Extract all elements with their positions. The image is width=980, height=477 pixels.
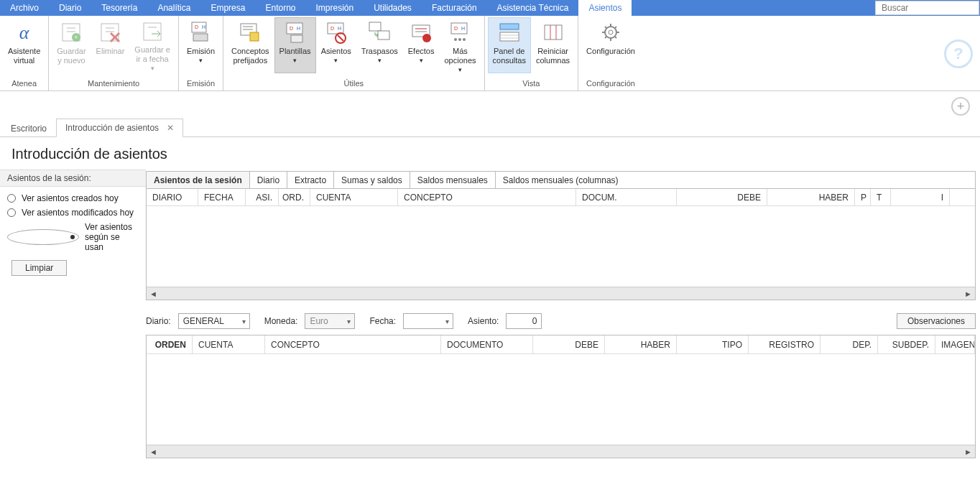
guardar-nuevo-button[interactable]: + Guardary nuevo <box>52 17 91 73</box>
qtab-saldos[interactable]: Saldos mensuales <box>410 172 496 188</box>
entry-grid: ORDENCUENTACONCEPTODOCUMENTODEBEHABERTIP… <box>146 335 976 458</box>
column-header[interactable]: CONCEPTO <box>398 189 576 205</box>
column-header[interactable]: ASI. <box>246 189 279 205</box>
column-header[interactable]: ORD. <box>279 189 310 205</box>
column-header[interactable]: HABER <box>605 335 677 353</box>
column-header[interactable]: IMAGEN <box>935 335 975 353</box>
menu-bar: Archivo Diario Tesorería Analítica Empre… <box>0 0 980 16</box>
column-header[interactable]: TIPO <box>677 335 749 353</box>
radio-modified-today[interactable]: Ver asientos modificados hoy <box>7 205 139 220</box>
svg-point-39 <box>458 38 461 41</box>
menu-asientos[interactable]: Asientos <box>578 0 632 16</box>
svg-line-28 <box>338 35 343 41</box>
column-header[interactable]: DEP. <box>820 335 878 353</box>
column-header[interactable]: CONCEPTO <box>265 335 441 353</box>
column-header[interactable]: CUENTA <box>310 189 398 205</box>
asiento-input[interactable]: 0 <box>506 313 542 329</box>
column-header[interactable]: HABER <box>767 189 855 205</box>
column-header[interactable]: DEBE <box>533 335 605 353</box>
document-tabs: Escritorio Introducción de asientos ✕ <box>0 117 980 137</box>
menu-entorno[interactable]: Entorno <box>255 0 305 16</box>
reiniciar-columnas-button[interactable]: Reiniciarcolumnas <box>531 17 575 73</box>
menu-facturacion[interactable]: Facturación <box>422 0 487 16</box>
svg-point-49 <box>609 30 613 34</box>
svg-point-48 <box>605 27 616 38</box>
column-header[interactable]: DOCUM. <box>576 189 677 205</box>
radio-as-used[interactable]: Ver asientos según se usan <box>7 220 139 254</box>
column-header[interactable]: P <box>855 189 871 205</box>
menu-empresa[interactable]: Empresa <box>200 0 255 16</box>
column-header[interactable]: DIARIO <box>147 189 198 205</box>
plantillas-button[interactable]: DH Plantillas▾ <box>274 17 316 73</box>
guardar-ir-fecha-button[interactable]: Guardar eir a fecha▾ <box>129 17 175 73</box>
moneda-select[interactable]: Euro <box>305 313 355 329</box>
grid-body[interactable] <box>147 206 975 287</box>
search-box[interactable] <box>875 1 979 15</box>
scroll-right-icon[interactable]: ► <box>964 448 972 456</box>
menu-impresion[interactable]: Impresión <box>305 0 364 16</box>
search-input[interactable] <box>880 2 974 14</box>
menu-utilidades[interactable]: Utilidades <box>364 0 422 16</box>
ribbon-caption: Útiles <box>226 78 481 91</box>
ribbon: α Asistentevirtual Atenea + Guardary nue… <box>0 16 980 91</box>
save-goto-icon <box>141 21 164 42</box>
emision-icon: DH <box>189 21 212 44</box>
h-scrollbar[interactable]: ◄ ► <box>147 445 975 458</box>
ribbon-caption: Mantenimiento <box>52 78 175 91</box>
configuracion-button[interactable]: Configuración <box>581 17 640 73</box>
asientos-button[interactable]: DH Asientos▾ <box>316 17 356 73</box>
qtab-saldos-col[interactable]: Saldos mensuales (columnas) <box>496 172 626 188</box>
tab-introduccion-asientos[interactable]: Introducción de asientos ✕ <box>56 119 183 137</box>
menu-archivo[interactable]: Archivo <box>0 0 49 16</box>
column-header[interactable]: T <box>871 189 891 205</box>
fecha-input[interactable] <box>403 313 453 329</box>
qtab-asientos-sesion[interactable]: Asientos de la sesión <box>147 172 250 188</box>
scroll-left-icon[interactable]: ◄ <box>149 448 157 456</box>
menu-diario[interactable]: Diario <box>49 0 91 16</box>
conceptos-button[interactable]: Conceptosprefijados <box>226 17 274 73</box>
add-tab-icon[interactable]: + <box>951 97 970 116</box>
grid-header: DIARIOFECHAASI.ORD.CUENTACONCEPTODOCUM.D… <box>147 189 975 206</box>
delete-icon <box>98 21 121 44</box>
column-header[interactable]: REGISTRO <box>749 335 820 353</box>
efectos-button[interactable]: Efectos▾ <box>403 17 440 73</box>
column-header[interactable]: DEBE <box>677 189 767 205</box>
menu-tesoreria[interactable]: Tesorería <box>91 0 147 16</box>
asistente-virtual-button[interactable]: α Asistentevirtual <box>3 17 45 73</box>
column-header[interactable]: ORDEN <box>147 335 193 353</box>
qtab-sumas[interactable]: Sumas y saldos <box>334 172 410 188</box>
limpiar-button[interactable]: Limpiar <box>11 260 67 276</box>
column-header[interactable]: FECHA <box>198 189 246 205</box>
qtab-extracto[interactable]: Extracto <box>287 172 334 188</box>
svg-rect-29 <box>369 22 381 31</box>
column-header[interactable]: CUENTA <box>193 335 265 353</box>
qtab-diario[interactable]: Diario <box>250 172 287 188</box>
side-panel: Asientos de la sesión: Ver asientos crea… <box>0 170 146 477</box>
panel-consultas-button[interactable]: Panel deconsultas <box>488 17 531 73</box>
scroll-left-icon[interactable]: ◄ <box>149 290 157 298</box>
column-header[interactable]: I <box>891 189 950 205</box>
eliminar-button[interactable]: Eliminar <box>91 17 130 73</box>
radio-label: Ver asientos modificados hoy <box>22 208 134 218</box>
help-icon[interactable]: ? <box>944 40 973 68</box>
column-header[interactable]: DOCUMENTO <box>441 335 533 353</box>
menu-analitica[interactable]: Analítica <box>147 0 200 16</box>
radio-created-today[interactable]: Ver asientos creados hoy <box>7 191 139 205</box>
traspasos-icon <box>368 21 391 44</box>
svg-text:H: H <box>338 26 341 31</box>
traspasos-button[interactable]: Traspasos▾ <box>356 17 403 73</box>
mas-opciones-button[interactable]: DH Másopciones▾ <box>439 17 481 73</box>
grid-body[interactable] <box>147 354 975 445</box>
emision-button[interactable]: DH Emisión▾ <box>182 17 220 73</box>
radio-icon <box>7 229 79 245</box>
column-header[interactable]: SUBDEP. <box>878 335 935 353</box>
close-icon[interactable]: ✕ <box>167 123 174 133</box>
radio-label: Ver asientos según se usan <box>85 222 139 252</box>
grid-header: ORDENCUENTACONCEPTODOCUMENTODEBEHABERTIP… <box>147 335 975 354</box>
diario-select[interactable]: GENERAL <box>178 313 250 329</box>
tab-escritorio[interactable]: Escritorio <box>1 119 56 137</box>
scroll-right-icon[interactable]: ► <box>964 290 972 298</box>
observaciones-button[interactable]: Observaciones <box>897 313 976 329</box>
menu-asistencia[interactable]: Asistencia Técnica <box>487 0 579 16</box>
h-scrollbar[interactable]: ◄ ► <box>147 287 975 300</box>
